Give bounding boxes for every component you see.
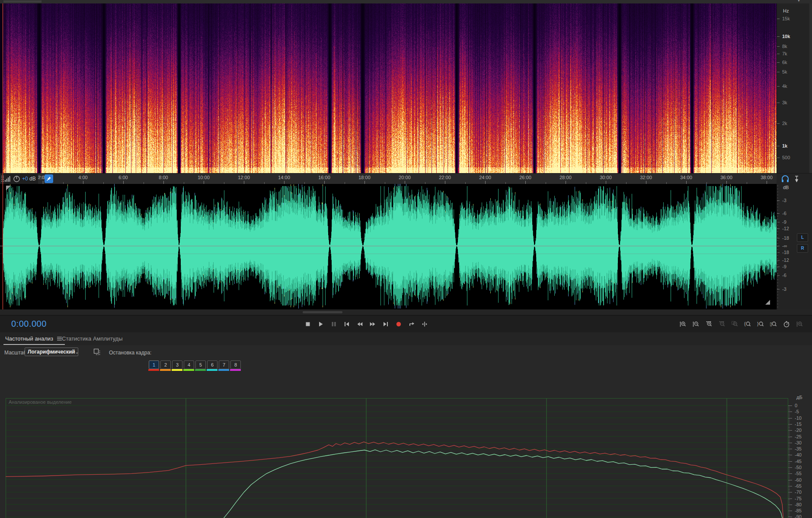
tab-label: Статистика Амплитуды xyxy=(62,335,122,342)
db-tick-minor xyxy=(788,453,790,453)
skip-to-end-button[interactable] xyxy=(380,319,391,329)
db-tick-minor xyxy=(788,454,790,454)
db-tick-minor xyxy=(788,469,790,469)
panel-menu-arrow-icon[interactable]: ▼ xyxy=(797,0,801,3)
zoom-full-icon xyxy=(796,321,803,328)
solo-headphones-button[interactable] xyxy=(781,175,790,183)
amplitude-minor-tick xyxy=(777,213,778,213)
playhead[interactable] xyxy=(3,3,3,309)
db-tick-label: -45 xyxy=(795,459,802,464)
zoom-to-in-point-button[interactable]: { xyxy=(742,319,753,329)
stop-button[interactable] xyxy=(302,319,313,329)
db-tick-minor xyxy=(788,481,790,481)
timeline-label: 12:00 xyxy=(238,175,250,180)
loop-playback-button[interactable] xyxy=(406,319,417,329)
db-tick-label: -85 xyxy=(795,508,802,513)
zoom-out-horizontal-button[interactable] xyxy=(716,319,727,329)
amplitude-minor-tick xyxy=(777,298,778,298)
db-tick-minor xyxy=(788,485,790,485)
db-tick-major xyxy=(788,467,792,468)
play-button[interactable] xyxy=(315,319,326,329)
levels-icon[interactable] xyxy=(4,176,11,182)
timeline-ruler[interactable]: 2:004:006:008:0010:0012:0014:0016:0018:0… xyxy=(0,173,777,185)
db-tick-minor xyxy=(788,483,790,484)
amplitude-minor-tick xyxy=(777,304,778,304)
db-tick-minor xyxy=(788,439,790,439)
frequency-plot[interactable] xyxy=(6,398,788,518)
copy-frame-icon[interactable] xyxy=(93,348,101,356)
time-display[interactable]: 0:00.000 xyxy=(11,319,47,329)
amplitude-minor-tick xyxy=(777,219,778,219)
amplitude-minor-tick xyxy=(777,283,778,283)
waveform-display[interactable] xyxy=(0,184,777,309)
db-tick-minor xyxy=(788,456,790,457)
pin-marker-icon[interactable] xyxy=(794,176,799,182)
amplitude-minor-tick xyxy=(777,240,778,241)
db-tick-minor xyxy=(788,408,790,409)
channel-right-button[interactable]: R xyxy=(797,244,808,253)
frequency-tick xyxy=(777,103,780,103)
db-tick-minor xyxy=(788,479,790,479)
skip-playhead-button[interactable] xyxy=(419,319,430,329)
amplitude-minor-tick xyxy=(777,198,778,198)
zoom-in-horizontal-button[interactable] xyxy=(703,319,714,329)
timeline-label: 24:00 xyxy=(479,175,491,180)
db-tick-minor xyxy=(788,447,790,448)
panel-menu-icon[interactable] xyxy=(57,336,62,341)
selection-corner-bottom-right[interactable] xyxy=(765,300,770,305)
gain-readout[interactable]: +0 dB xyxy=(22,176,36,182)
db-tick-label: -80 xyxy=(795,502,802,507)
frequency-ruler[interactable]: Hz 15k10k8k7k6k5k4k3k2k1k500 xyxy=(777,3,812,173)
zoom-in-vertical-button[interactable] xyxy=(677,319,688,329)
panel-top-strip: ▼ xyxy=(0,0,812,3)
tab-frequency-analysis[interactable]: Частотный анализ xyxy=(5,332,62,344)
zoom-reset-button[interactable] xyxy=(729,319,740,329)
zoom-full-button[interactable] xyxy=(794,319,805,329)
db-tick-major xyxy=(788,492,792,492)
db-tick-major xyxy=(788,480,792,480)
rewind-button[interactable] xyxy=(354,319,365,329)
db-tick-minor xyxy=(788,438,790,438)
timeline-label: 28:00 xyxy=(559,175,572,180)
curve-right-channel xyxy=(215,450,783,518)
pin-icon xyxy=(46,176,51,181)
scrollbar-thumb[interactable] xyxy=(303,311,342,313)
skip-to-start-button[interactable] xyxy=(341,319,352,329)
spectrogram-display[interactable] xyxy=(0,3,777,173)
selection-corner-top-left[interactable] xyxy=(6,186,11,190)
channel-left-button[interactable]: L xyxy=(797,233,808,242)
db-tick-major xyxy=(788,437,792,437)
frequency-tick xyxy=(777,72,780,72)
zoom-to-out-point-button[interactable]: } xyxy=(755,319,766,329)
svg-text:{: { xyxy=(744,321,746,326)
frequency-tick-label: 15k xyxy=(782,16,790,21)
clock-icon[interactable] xyxy=(13,175,20,183)
db-tick-minor xyxy=(788,509,790,510)
db-axis: дБ 0-5-10-15-20-25-30-35-40-45-50-55-60-… xyxy=(788,395,812,518)
amplitude-ruler[interactable]: dB L R -3-6-9-12-18-∞-18-12-9-6-3 xyxy=(777,184,812,309)
panel-tab-nub[interactable] xyxy=(3,0,42,3)
amplitude-minor-tick xyxy=(777,234,778,235)
db-tick-minor xyxy=(788,472,790,473)
db-tick-minor xyxy=(788,417,790,417)
plot-grid xyxy=(6,398,788,518)
zoom-out-vertical-button[interactable] xyxy=(690,319,701,329)
timeline-label: 38:00 xyxy=(761,175,773,180)
tab-amplitude-statistics[interactable]: Статистика Амплитуды xyxy=(62,332,122,344)
amplitude-tick-label: -6 xyxy=(782,273,786,278)
svg-text:}: } xyxy=(757,321,759,326)
pause-button[interactable] xyxy=(328,319,339,329)
zoom-time-button[interactable] xyxy=(781,319,792,329)
loop-playback-icon xyxy=(408,321,415,328)
amplitude-tick-label: -9 xyxy=(782,219,786,225)
zoom-to-selection-button[interactable]: {} xyxy=(768,319,779,329)
record-button[interactable] xyxy=(393,319,404,329)
db-tick-major xyxy=(788,505,792,505)
db-tick-minor xyxy=(788,497,790,498)
pin-button[interactable] xyxy=(45,174,53,183)
frequency-tick-label: 1k xyxy=(782,143,787,148)
scale-dropdown[interactable]: Логарифмический ⌄ xyxy=(25,347,78,356)
vertical-scrollbar[interactable] xyxy=(809,3,812,173)
db-tick-major xyxy=(788,424,792,425)
fast-forward-button[interactable] xyxy=(367,319,378,329)
